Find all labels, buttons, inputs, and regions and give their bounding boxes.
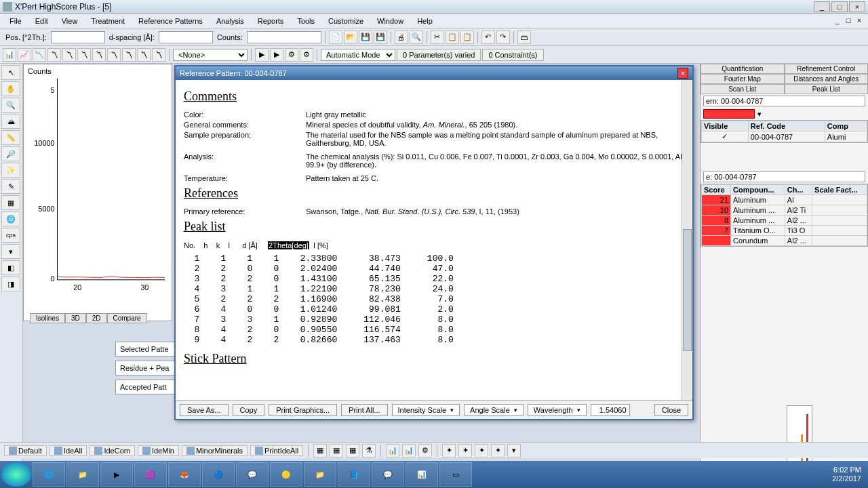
table-row[interactable]: 10Aluminum ...Al2 Ti bbox=[702, 205, 867, 216]
chart3-icon[interactable]: 📉 bbox=[33, 48, 46, 62]
chart7-icon[interactable]: 〽 bbox=[92, 48, 106, 62]
bb-icon8[interactable]: ✦ bbox=[442, 444, 456, 458]
measure-icon[interactable]: 📏 bbox=[1, 130, 20, 145]
bb-icon9[interactable]: ✦ bbox=[458, 444, 472, 458]
chart11-icon[interactable]: 〽 bbox=[152, 48, 165, 62]
chart9-icon[interactable]: 〽 bbox=[122, 48, 136, 62]
menu-refpatterns[interactable]: Reference Patterns bbox=[133, 16, 208, 26]
menu-analysis[interactable]: Analysis bbox=[211, 16, 250, 26]
close-button[interactable]: Close bbox=[654, 404, 688, 416]
save-as-button[interactable]: Save As... bbox=[180, 404, 229, 416]
grid-icon[interactable]: ▦ bbox=[1, 195, 20, 210]
cps-icon[interactable]: cps bbox=[1, 228, 20, 243]
bb-idecom[interactable]: IdeCom bbox=[90, 445, 135, 456]
mdi-close-icon[interactable]: × bbox=[854, 16, 864, 26]
chart1-icon[interactable]: 📊 bbox=[3, 48, 16, 62]
menu-view[interactable]: View bbox=[56, 16, 83, 26]
bb-icon11[interactable]: ✦ bbox=[491, 444, 505, 458]
ref2-field[interactable] bbox=[703, 171, 865, 182]
chart6-icon[interactable]: 〽 bbox=[77, 48, 91, 62]
paste-icon[interactable]: 📋 bbox=[460, 30, 474, 44]
drop-icon[interactable]: ▾ bbox=[1, 244, 20, 259]
task-app1[interactable]: 🟪 bbox=[134, 462, 167, 487]
run2-icon[interactable]: ▶ bbox=[270, 48, 283, 62]
angle-scale-dropdown[interactable]: Angle Scale bbox=[464, 404, 524, 416]
pointer-icon[interactable]: ↖ bbox=[1, 65, 20, 80]
bb-default[interactable]: Default bbox=[4, 445, 47, 456]
mode-select[interactable]: <None> bbox=[173, 49, 248, 61]
task-misc[interactable]: ▭ bbox=[439, 462, 472, 487]
save-icon[interactable]: 💾 bbox=[359, 30, 372, 44]
dspacing-input[interactable] bbox=[159, 31, 213, 43]
db-icon[interactable]: 🗃 bbox=[517, 30, 531, 44]
bb-icon10[interactable]: ✦ bbox=[475, 444, 488, 458]
task-ie[interactable]: 🌐 bbox=[33, 462, 65, 487]
automode-select[interactable]: Automatic Mode bbox=[321, 49, 395, 61]
pos-input[interactable] bbox=[51, 31, 105, 43]
mdi-min-icon[interactable]: _ bbox=[833, 16, 842, 26]
saveall-icon[interactable]: 💾 bbox=[374, 30, 387, 44]
copy-icon[interactable]: 📋 bbox=[446, 30, 459, 44]
tab-3d[interactable]: 3D bbox=[65, 313, 86, 323]
bb-icon6[interactable]: 📊 bbox=[402, 444, 416, 458]
menu-file[interactable]: File bbox=[4, 16, 27, 26]
run-icon[interactable]: ▶ bbox=[255, 48, 269, 62]
tab-2d[interactable]: 2D bbox=[86, 313, 107, 323]
task-media[interactable]: ▶ bbox=[100, 462, 133, 487]
open-icon[interactable]: 📂 bbox=[344, 30, 357, 44]
bb-idemin[interactable]: IdeMin bbox=[138, 445, 179, 456]
bb-icon1[interactable]: ▦ bbox=[313, 444, 327, 458]
menu-help[interactable]: Help bbox=[412, 16, 438, 26]
bb-printide[interactable]: PrintIdeAll bbox=[250, 445, 303, 456]
tab-peaklist[interactable]: Peak List bbox=[785, 84, 869, 94]
tab-scanlist[interactable]: Scan List bbox=[701, 84, 785, 94]
bb-icon3[interactable]: ▦ bbox=[346, 444, 359, 458]
bb-icon7[interactable]: ⚙ bbox=[418, 444, 432, 458]
zoom-icon[interactable]: 🔍 bbox=[1, 98, 20, 113]
cut-icon[interactable]: ✂ bbox=[431, 30, 444, 44]
chart4-icon[interactable]: 〽 bbox=[47, 48, 61, 62]
preview-icon[interactable]: 🔍 bbox=[410, 30, 423, 44]
redo-icon[interactable]: ↷ bbox=[496, 30, 510, 44]
peak-icon[interactable]: ⛰ bbox=[1, 114, 20, 129]
wand-icon[interactable]: ✨ bbox=[1, 163, 20, 178]
table-row[interactable]: 21AluminumAl bbox=[702, 195, 867, 205]
scrollbar-thumb[interactable] bbox=[683, 229, 692, 351]
table-row[interactable]: CorundumAl2 ... bbox=[702, 236, 867, 246]
wavelength-value[interactable] bbox=[591, 404, 630, 416]
system-tray[interactable]: 6:02 PM 2/2/2017 bbox=[827, 466, 867, 483]
misc-icon[interactable]: ◧ bbox=[1, 260, 20, 275]
tab-quant[interactable]: Quantification bbox=[701, 64, 785, 74]
bb-icon2[interactable]: ▦ bbox=[330, 444, 343, 458]
print-icon[interactable]: 🖨 bbox=[395, 30, 408, 44]
task-word[interactable]: 📘 bbox=[338, 462, 370, 487]
task-skype[interactable]: 💬 bbox=[236, 462, 269, 487]
bb-icon5[interactable]: 📊 bbox=[386, 444, 399, 458]
table-row[interactable]: 8Aluminum ...Al2 ... bbox=[702, 216, 867, 226]
ref-field[interactable] bbox=[703, 96, 865, 106]
close-button[interactable]: × bbox=[849, 1, 865, 12]
tab-refine[interactable]: Refinement Control bbox=[785, 64, 869, 74]
task-chat[interactable]: 💬 bbox=[372, 462, 404, 487]
chart8-icon[interactable]: 〽 bbox=[107, 48, 121, 62]
misc2-icon[interactable]: ◨ bbox=[1, 277, 20, 291]
task-firefox[interactable]: 🦊 bbox=[168, 462, 201, 487]
menu-edit[interactable]: Edit bbox=[30, 16, 54, 26]
bb-icon12[interactable]: ▾ bbox=[507, 444, 521, 458]
menu-window[interactable]: Window bbox=[372, 16, 409, 26]
table-row[interactable]: ✓00-004-0787Alumi bbox=[702, 131, 867, 142]
chart5-icon[interactable]: 〽 bbox=[62, 48, 76, 62]
search-icon[interactable]: 🔎 bbox=[1, 146, 20, 161]
counts-input[interactable] bbox=[247, 31, 321, 43]
mdi-max-icon[interactable]: □ bbox=[844, 16, 853, 26]
tab-fourier[interactable]: Fourier Map bbox=[701, 74, 785, 84]
task-app2[interactable]: 🔵 bbox=[202, 462, 235, 487]
print-all-button[interactable]: Print All... bbox=[341, 404, 387, 416]
maximize-button[interactable]: □ bbox=[831, 1, 848, 12]
dialog-title-bar[interactable]: Reference Pattern: 00-004-0787 × bbox=[176, 66, 692, 80]
chart10-icon[interactable]: 〽 bbox=[137, 48, 151, 62]
print-graphics-button[interactable]: Print Graphics... bbox=[269, 404, 337, 416]
bb-ideall[interactable]: IdeAll bbox=[50, 445, 87, 456]
color-swatch[interactable] bbox=[703, 109, 755, 119]
undo-icon[interactable]: ↶ bbox=[481, 30, 495, 44]
